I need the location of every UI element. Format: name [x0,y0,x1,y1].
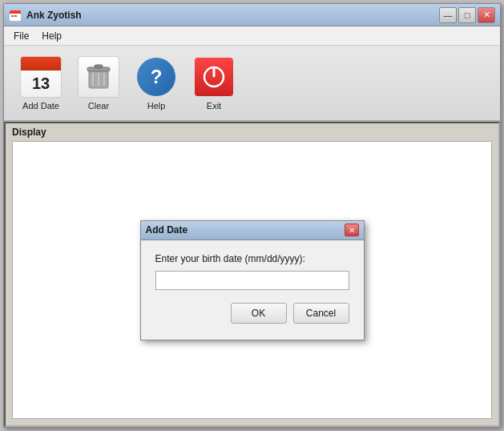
main-window: Ank Zyotish — □ ✕ File Help 13 Add Date [3,3,501,428]
ok-button[interactable]: OK [231,303,287,324]
toolbar: 13 Add Date Cl [4,46,500,122]
minimize-button[interactable]: — [439,7,457,23]
power-icon [195,58,233,96]
svg-rect-9 [95,65,103,68]
modal-overlay: Add Date ✕ Enter your birth date (mm/dd/… [13,142,491,418]
trash-icon [78,56,119,98]
add-date-dialog: Add Date ✕ Enter your birth date (mm/dd/… [140,220,365,340]
svg-rect-1 [10,14,21,21]
birth-date-input[interactable] [155,271,349,290]
help-icon: ? [135,56,177,98]
clear-label: Clear [88,101,109,111]
dialog-title-bar: Add Date ✕ [141,221,364,240]
menu-file[interactable]: File [7,29,35,43]
svg-rect-2 [11,15,14,17]
exit-button[interactable]: Exit [193,56,235,111]
dialog-title: Add Date [146,224,188,236]
app-icon [9,9,22,22]
dialog-body: Enter your birth date (mm/dd/yyyy): OK C… [141,240,364,340]
exit-label: Exit [207,101,221,111]
trash-icon-svg [85,62,112,92]
close-button[interactable]: ✕ [478,7,495,23]
add-date-button[interactable]: 13 Add Date [20,56,62,111]
calendar-icon: 13 [20,56,62,98]
content-area: Display Add Date ✕ Enter your birth date… [4,122,500,427]
help-circle-icon: ? [137,58,175,96]
menu-help[interactable]: Help [35,29,68,43]
title-bar: Ank Zyotish — □ ✕ [4,4,500,26]
dialog-prompt: Enter your birth date (mm/dd/yyyy): [155,253,349,264]
help-button[interactable]: ? Help [135,56,177,111]
power-icon-svg [202,65,226,89]
display-area: Add Date ✕ Enter your birth date (mm/dd/… [12,141,492,419]
help-label: Help [147,101,166,111]
window-title: Ank Zyotish [26,10,82,21]
clear-button[interactable]: Clear [78,56,119,111]
menu-bar: File Help [4,26,500,46]
cancel-button[interactable]: Cancel [293,303,349,324]
svg-rect-3 [14,15,17,17]
title-bar-left: Ank Zyotish [9,9,82,22]
exit-icon [193,56,235,98]
calendar-top [21,57,61,70]
maximize-button[interactable]: □ [458,7,476,23]
add-date-label: Add Date [22,101,59,111]
display-section-label: Display [12,127,46,138]
calendar-number: 13 [21,70,61,97]
title-buttons: — □ ✕ [439,7,495,23]
dialog-buttons: OK Cancel [155,303,349,324]
dialog-close-button[interactable]: ✕ [345,224,359,236]
